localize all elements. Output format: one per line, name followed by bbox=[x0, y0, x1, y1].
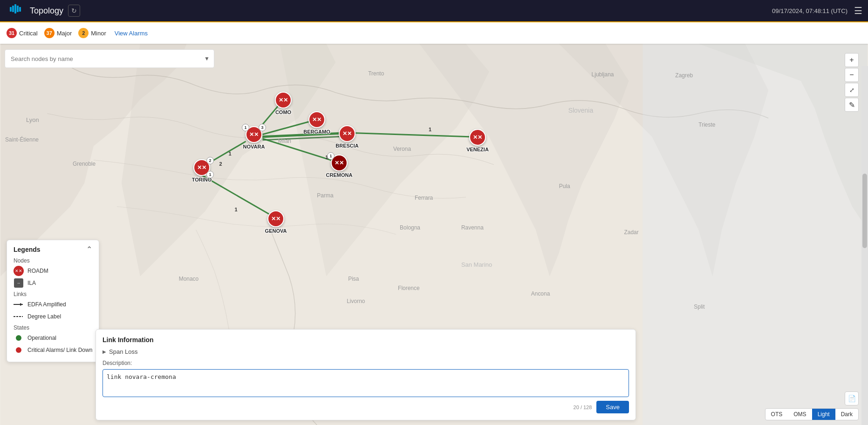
svg-text:1: 1 bbox=[229, 151, 232, 156]
svg-text:1: 1 bbox=[429, 127, 431, 132]
brescia-icon: ✕✕ bbox=[339, 125, 355, 142]
save-button[interactable]: Save bbox=[596, 401, 629, 413]
bergamo-label: BERGAMO bbox=[303, 129, 330, 135]
zoom-in-button[interactable]: + bbox=[845, 53, 859, 67]
char-count: 20 / 128 bbox=[574, 405, 592, 410]
critical-alarm-badge: 31 Critical bbox=[7, 28, 38, 38]
venezia-label: VENEZIA bbox=[466, 147, 489, 152]
svg-text:Zagreb: Zagreb bbox=[675, 72, 693, 79]
description-textarea[interactable] bbox=[103, 369, 629, 397]
svg-text:2: 2 bbox=[219, 161, 222, 167]
view-toggle-group: OTS OMS Light Dark bbox=[765, 408, 859, 420]
critical-label: Critical bbox=[19, 30, 38, 37]
node-torino[interactable]: ✕✕ 2 TORINO 1 bbox=[193, 159, 210, 176]
minor-count: 2 bbox=[78, 28, 89, 38]
legend-links-section: Links bbox=[14, 291, 92, 297]
critical-count: 31 bbox=[7, 28, 17, 38]
svg-rect-5 bbox=[19, 7, 21, 12]
svg-text:Verona: Verona bbox=[393, 146, 411, 152]
legend-collapse-button[interactable]: ⌃ bbox=[86, 245, 92, 254]
svg-text:Trento: Trento bbox=[368, 70, 384, 77]
novara-label: NOVARA bbox=[243, 144, 265, 149]
node-brescia[interactable]: ✕✕ BRESCIA bbox=[339, 125, 355, 142]
legend-states-section: States bbox=[14, 324, 92, 331]
degree-legend-icon bbox=[14, 311, 24, 322]
torino-degree-2: 2 bbox=[206, 157, 214, 164]
svg-text:Livorno: Livorno bbox=[347, 298, 365, 304]
cremona-label: CREMONA bbox=[326, 172, 353, 178]
svg-rect-1 bbox=[10, 7, 12, 12]
ila-label: ILA bbox=[27, 280, 36, 286]
legend-roadm-item: ✕✕ ROADM bbox=[14, 266, 92, 276]
light-toggle-button[interactable]: Light bbox=[812, 409, 835, 420]
edit-button[interactable]: ✎ bbox=[845, 98, 859, 112]
minor-label: Minor bbox=[91, 30, 106, 37]
svg-rect-2 bbox=[12, 6, 14, 12]
svg-text:Slovenia: Slovenia bbox=[568, 107, 594, 114]
como-icon: ✕✕ bbox=[275, 92, 292, 108]
menu-button[interactable]: ☰ bbox=[854, 5, 862, 16]
svg-rect-3 bbox=[14, 5, 16, 13]
span-loss-row[interactable]: ▶ Span Loss bbox=[103, 348, 629, 355]
link-info-panel: Link Information ▶ Span Loss Description… bbox=[96, 329, 636, 420]
cisco-logo bbox=[6, 3, 25, 18]
scrollbar[interactable] bbox=[861, 66, 868, 425]
search-input[interactable] bbox=[5, 49, 214, 68]
legend-ila-item: ↔ ILA bbox=[14, 278, 92, 288]
genova-label: GENOVA bbox=[265, 228, 287, 234]
edfa-label: EDFA Amplified bbox=[27, 301, 66, 308]
genova-icon: ✕✕ bbox=[267, 210, 284, 227]
zoom-out-button[interactable]: − bbox=[845, 68, 859, 82]
fit-button[interactable]: ⤢ bbox=[845, 83, 859, 97]
svg-text:Grenoble: Grenoble bbox=[73, 161, 96, 167]
svg-text:Split: Split bbox=[694, 304, 705, 310]
node-novara[interactable]: ✕✕ 1 3 NOVARA bbox=[246, 126, 262, 143]
datetime-display: 09/17/2024, 07:48:11 (UTC) bbox=[772, 7, 847, 14]
svg-text:San Marino: San Marino bbox=[461, 261, 492, 268]
refresh-button[interactable]: ↻ bbox=[68, 5, 80, 17]
svg-text:Saint-Étienne: Saint-Étienne bbox=[5, 136, 39, 143]
file-button[interactable]: 📄 bbox=[845, 391, 859, 405]
node-cremona[interactable]: ✕✕ CREMONA 1 bbox=[331, 155, 348, 171]
critical-legend-icon bbox=[14, 345, 24, 355]
dark-toggle-button[interactable]: Dark bbox=[835, 409, 858, 420]
node-como[interactable]: ✕✕ COMO bbox=[275, 92, 292, 108]
map[interactable]: 1 1 1 1 2 Lyon Saint-Étienne Grenoble Ni… bbox=[0, 44, 868, 425]
venezia-icon: ✕✕ bbox=[469, 129, 486, 146]
roadm-label: ROADM bbox=[27, 268, 48, 274]
svg-rect-7 bbox=[642, 44, 867, 425]
svg-text:Trieste: Trieste bbox=[698, 121, 715, 128]
scroll-thumb[interactable] bbox=[862, 174, 867, 248]
major-alarm-badge: 37 Major bbox=[44, 28, 72, 38]
legend-panel: Legends ⌃ Nodes ✕✕ ROADM ↔ ILA Links EDF… bbox=[7, 240, 99, 362]
major-label: Major bbox=[57, 30, 72, 37]
oms-toggle-button[interactable]: OMS bbox=[788, 409, 812, 420]
como-label: COMO bbox=[275, 109, 291, 115]
node-bergamo[interactable]: ✕✕ BERGAMO bbox=[308, 111, 325, 128]
operational-label: Operational bbox=[27, 335, 56, 341]
svg-text:Zadar: Zadar bbox=[624, 229, 639, 236]
svg-text:Ancona: Ancona bbox=[531, 290, 550, 297]
svg-text:Milan: Milan bbox=[278, 138, 291, 144]
node-genova[interactable]: ✕✕ GENOVA bbox=[267, 210, 284, 227]
brescia-label: BRESCIA bbox=[335, 143, 359, 148]
svg-text:Ljubljana: Ljubljana bbox=[592, 71, 614, 78]
link-info-title: Link Information bbox=[103, 336, 629, 344]
svg-text:Florence: Florence bbox=[398, 285, 420, 291]
view-alarms-link[interactable]: View Alarms bbox=[115, 30, 148, 37]
operational-legend-icon bbox=[14, 333, 24, 343]
map-controls: + − ⤢ ✎ bbox=[845, 53, 859, 112]
bottom-right-controls: 📄 OTS OMS Light Dark bbox=[765, 391, 859, 420]
legend-nodes-section: Nodes bbox=[14, 257, 92, 264]
legend-edfa-item: EDFA Amplified bbox=[14, 299, 92, 310]
svg-text:Ferrara: Ferrara bbox=[415, 195, 433, 201]
node-venezia[interactable]: ✕✕ VENEZIA bbox=[469, 129, 486, 146]
edfa-legend-icon bbox=[14, 299, 24, 310]
legend-operational-item: Operational bbox=[14, 333, 92, 343]
app-title: Topology bbox=[30, 6, 63, 16]
ila-legend-icon: ↔ bbox=[14, 278, 24, 288]
svg-text:Bologna: Bologna bbox=[400, 225, 420, 231]
major-count: 37 bbox=[44, 28, 55, 38]
ots-toggle-button[interactable]: OTS bbox=[765, 409, 788, 420]
description-label: Description: bbox=[103, 360, 629, 366]
